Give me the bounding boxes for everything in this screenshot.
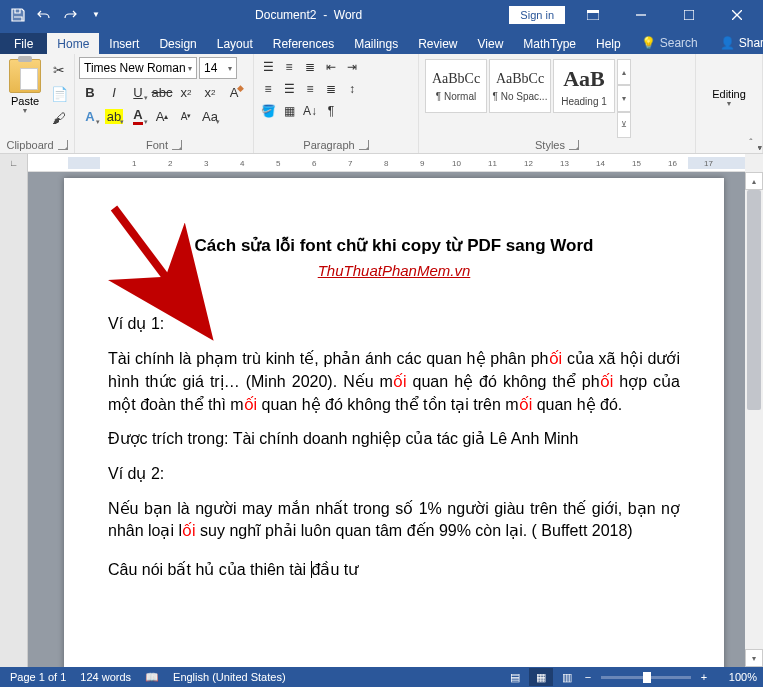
font-size-combo[interactable]: 14▾ [199,57,237,79]
svg-text:12: 12 [524,159,533,168]
tab-mathtype[interactable]: MathType [513,33,586,54]
group-paragraph: ☰▾ ≡▾ ≣▾ ⇤ ⇥ ≡ ☰ ≡ ≣ ↕▾ 🪣▾ ▦▾ A↓ ¶ Parag… [254,54,419,153]
change-case-button[interactable]: Aa▾ [199,105,221,127]
tab-design[interactable]: Design [149,33,206,54]
bold-button[interactable]: B [79,81,101,103]
borders-button[interactable]: ▦▾ [279,101,299,121]
language[interactable]: English (United States) [173,671,286,684]
doc-para: Được trích trong: Tài chính doanh nghiệp… [108,428,680,451]
increase-indent-button[interactable]: ⇥ [342,57,362,77]
vertical-scrollbar[interactable]: ▴ ▾ [745,172,763,667]
zoom-out-icon[interactable]: − [581,671,595,683]
doc-subtitle: ThuThuatPhanMem.vn [108,260,680,281]
text-effects-button[interactable]: A▾ [79,105,101,127]
page[interactable]: Cách sửa lỗi font chữ khi copy từ PDF sa… [64,178,724,667]
svg-text:14: 14 [596,159,605,168]
group-styles: AaBbCc ¶ Normal AaBbCc ¶ No Spac... AaB … [419,54,696,153]
tab-file[interactable]: File [0,33,47,54]
underline-button[interactable]: U▾ [127,81,149,103]
maximize-icon[interactable] [669,2,709,28]
style-no-spacing[interactable]: AaBbCc ¶ No Spac... [489,59,551,113]
zoom-in-icon[interactable]: + [697,671,711,683]
svg-text:1: 1 [132,159,137,168]
align-center-button[interactable]: ☰ [279,79,299,99]
styles-up-button[interactable]: ▴ [617,59,631,85]
tab-insert[interactable]: Insert [99,33,149,54]
minimize-icon[interactable] [621,2,661,28]
tab-layout[interactable]: Layout [207,33,263,54]
line-spacing-button[interactable]: ↕▾ [342,79,362,99]
align-left-button[interactable]: ≡ [258,79,278,99]
zoom-level[interactable]: 100% [713,671,757,683]
font-color-button[interactable]: A▾ [127,105,149,127]
scroll-down-icon[interactable]: ▾ [745,649,763,667]
editing-button[interactable]: Editing ▼ [700,57,758,138]
justify-button[interactable]: ≣ [321,79,341,99]
undo-icon[interactable] [32,3,56,27]
show-marks-button[interactable]: ¶ [321,101,341,121]
zoom-slider[interactable] [601,676,691,679]
styles-dialog-icon[interactable] [569,140,579,150]
highlight-button[interactable]: ab▾ [103,105,125,127]
superscript-button[interactable]: x2 [199,81,221,103]
tab-help[interactable]: Help [586,33,631,54]
redo-icon[interactable] [58,3,82,27]
web-layout-icon[interactable]: ▥ [555,668,579,686]
italic-button[interactable]: I [103,81,125,103]
format-painter-button[interactable]: 🖌 [48,107,70,129]
svg-text:7: 7 [348,159,353,168]
font-name-combo[interactable]: Times New Roman▾ [79,57,197,79]
style-normal[interactable]: AaBbCc ¶ Normal [425,59,487,113]
doc-para: Nếu bạn là người may mắn nhất trong số 1… [108,498,680,543]
svg-text:16: 16 [668,159,677,168]
ribbon-display-icon[interactable] [573,2,613,28]
svg-text:9: 9 [420,159,425,168]
tab-mailings[interactable]: Mailings [344,33,408,54]
save-icon[interactable] [6,3,30,27]
paste-button[interactable]: Paste ▼ [4,57,46,114]
clear-format-button[interactable]: A◆ [223,81,245,103]
shading-button[interactable]: 🪣▾ [258,101,278,121]
subscript-button[interactable]: x2 [175,81,197,103]
svg-text:3: 3 [204,159,209,168]
qat-customize-icon[interactable]: ▼ [84,3,108,27]
spellcheck-icon[interactable]: 📖 [145,671,159,684]
document-canvas[interactable]: Cách sửa lỗi font chữ khi copy từ PDF sa… [28,172,745,667]
share-button[interactable]: 👤Share [708,32,763,54]
collapse-ribbon-icon[interactable]: ˆ [743,135,759,151]
word-count[interactable]: 124 words [80,671,131,684]
bullets-button[interactable]: ☰▾ [258,57,278,77]
group-clipboard: Paste ▼ ✂ 📄 🖌 Clipboard [0,54,75,153]
tab-view[interactable]: View [468,33,514,54]
tab-home[interactable]: Home [47,33,99,54]
print-layout-icon[interactable]: ▦ [529,668,553,686]
clipboard-dialog-icon[interactable] [58,140,68,150]
vertical-ruler[interactable] [0,172,28,667]
scroll-up-icon[interactable]: ▴ [745,172,763,190]
shrink-font-button[interactable]: A▾ [175,105,197,127]
close-icon[interactable] [717,2,757,28]
scroll-thumb[interactable] [747,190,761,410]
search-box[interactable]: 💡Search [631,32,708,54]
share-icon: 👤 [720,36,735,50]
numbering-button[interactable]: ≡▾ [279,57,299,77]
multilevel-button[interactable]: ≣▾ [300,57,320,77]
sort-button[interactable]: A↓ [300,101,320,121]
tab-review[interactable]: Review [408,33,467,54]
font-dialog-icon[interactable] [172,140,182,150]
page-count[interactable]: Page 1 of 1 [10,671,66,684]
ruler-corner[interactable]: ∟ [0,154,28,172]
copy-button[interactable]: 📄 [48,83,70,105]
cut-button[interactable]: ✂ [48,59,70,81]
align-right-button[interactable]: ≡ [300,79,320,99]
styles-more-button[interactable]: ⊻ [617,112,631,138]
styles-down-button[interactable]: ▾ [617,85,631,111]
read-mode-icon[interactable]: ▤ [503,668,527,686]
tab-references[interactable]: References [263,33,344,54]
grow-font-button[interactable]: A▴ [151,105,173,127]
paragraph-dialog-icon[interactable] [359,140,369,150]
strikethrough-button[interactable]: abc [151,81,173,103]
signin-button[interactable]: Sign in [509,6,565,24]
style-heading1[interactable]: AaB Heading 1 [553,59,615,113]
decrease-indent-button[interactable]: ⇤ [321,57,341,77]
